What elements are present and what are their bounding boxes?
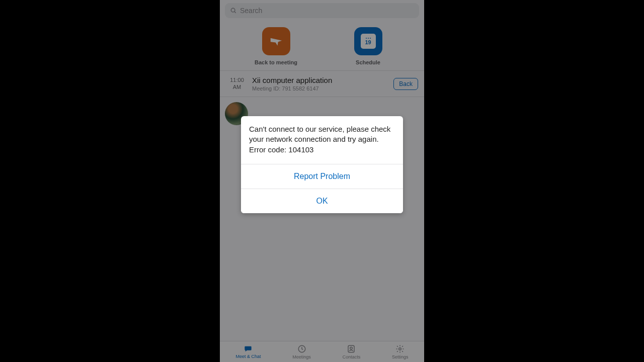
report-problem-button[interactable]: Report Problem <box>241 164 403 189</box>
phone-screen: Search Back to meeting 19 Schedule 11:00… <box>220 0 424 362</box>
ok-button[interactable]: OK <box>241 189 403 213</box>
error-message: Can't connect to our service, please che… <box>241 116 403 164</box>
error-dialog: Can't connect to our service, please che… <box>241 116 403 213</box>
